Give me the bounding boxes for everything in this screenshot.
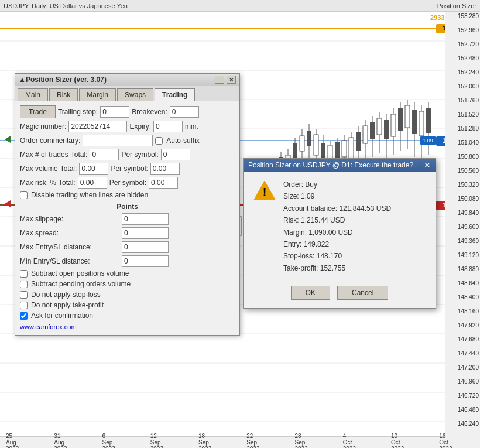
max-risk-total-input[interactable] (78, 177, 107, 189)
svg-rect-59 (384, 120, 389, 139)
price-152240: 152.240 (458, 69, 479, 76)
risk-row: Risk: 1,215.44 USD (283, 214, 391, 226)
dialog-close-btn[interactable]: ✕ (424, 161, 431, 169)
price-148160: 148.160 (458, 308, 479, 314)
warning-icon: ! (253, 180, 276, 274)
max-trades-per-symbol-input[interactable] (161, 149, 190, 160)
date-9: 10 Oct 2023 (391, 433, 404, 448)
svg-rect-47 (342, 141, 347, 157)
ps-minimize-btn[interactable]: _ (215, 76, 224, 84)
svg-rect-33 (293, 143, 297, 158)
svg-rect-57 (377, 118, 382, 135)
max-volume-per-symbol-input[interactable] (150, 163, 180, 175)
dialog-info: Order: Buy Size: 1.09 Account balance: 1… (283, 179, 391, 274)
take-profit-label: Take-profit: (283, 264, 318, 272)
tab-main[interactable]: Main (18, 88, 48, 101)
price-152720: 152.720 (458, 41, 479, 47)
price-152000: 152.000 (458, 83, 479, 90)
row-commentary: Order commentary: Auto-suffix (20, 135, 235, 146)
max-risk-total-label: Total: (59, 179, 76, 187)
svg-rect-37 (307, 131, 311, 146)
row-min-entry-sl: Min Entry/SL distance: (20, 255, 235, 267)
max-risk-per-symbol-input[interactable] (149, 177, 178, 189)
price-151520: 151.520 (458, 111, 479, 118)
price-149360: 149.360 (458, 238, 479, 244)
order-commentary-label: Order commentary: (20, 136, 80, 145)
min-entry-sl-input[interactable] (122, 255, 169, 267)
price-152960: 152.960 (458, 27, 479, 33)
max-slippage-label: Max slippage: (20, 215, 119, 223)
svg-text:!: ! (263, 186, 267, 199)
row-subtract-open: Subtract open positions volume (20, 269, 235, 278)
size-row: Size: 1.09 (283, 190, 391, 202)
auto-suffix-checkbox[interactable] (155, 137, 163, 145)
earnforex-link[interactable]: www.earnforex.com (20, 323, 235, 330)
svg-rect-55 (370, 122, 375, 139)
order-commentary-input[interactable] (83, 135, 153, 146)
magic-number-input[interactable] (68, 121, 127, 132)
price-147440: 147.440 (458, 350, 479, 357)
max-trades-label: Max # of trades (20, 151, 68, 159)
trade-dialog: Position Sizer on USDJPY @ D1: Execute t… (243, 158, 436, 309)
tab-swaps[interactable]: Swaps (117, 88, 153, 101)
max-entry-sl-input[interactable] (122, 241, 169, 253)
max-slippage-input[interactable] (122, 213, 169, 225)
max-spread-input[interactable] (122, 227, 169, 239)
max-trades-per-symbol-label: Per symbol: (121, 151, 158, 159)
trailing-stop-input[interactable] (100, 106, 129, 118)
subtract-pending-label: Subtract pending orders volume (31, 280, 131, 288)
min-entry-sl-label: Min Entry/SL distance: (20, 257, 119, 265)
svg-rect-35 (300, 136, 304, 151)
subtract-pending-checkbox[interactable] (20, 281, 28, 288)
trailing-stop-label: Trailing stop: (58, 108, 98, 116)
subtract-open-checkbox[interactable] (20, 270, 28, 278)
expiry-input[interactable] (153, 121, 183, 132)
ps-close-btn[interactable]: ✕ (227, 76, 236, 84)
breakeven-input[interactable] (170, 106, 199, 118)
svg-marker-82 (5, 136, 11, 143)
no-take-profit-checkbox[interactable] (20, 302, 28, 309)
chart-titlebar: USDJPY, Daily: US Dollar vs Japanese Yen… (0, 0, 480, 12)
max-trades-total-input[interactable] (90, 149, 119, 160)
tab-risk[interactable]: Risk (49, 88, 78, 101)
tab-trading[interactable]: Trading (155, 88, 195, 101)
ps-titlebar[interactable]: ▲Position Sizer (ver. 3.07) _ ✕ (15, 74, 239, 86)
margin-value: 1,090.00 USD (308, 228, 352, 237)
ask-confirm-label: Ask for confirmation (31, 312, 93, 320)
risk-label: Risk: (283, 216, 299, 224)
cancel-button[interactable]: Cancel (337, 286, 388, 300)
row-no-take-profit: Do not apply take-profit (20, 301, 235, 309)
chart-title: USDJPY, Daily: US Dollar vs Japanese Yen (4, 2, 128, 9)
date-3: 6 Sep 2023 (102, 433, 115, 448)
trade-button[interactable]: Trade (20, 105, 56, 118)
stop-loss-row: Stop-loss: 148.170 (283, 250, 391, 262)
ask-confirm-checkbox[interactable] (20, 312, 28, 320)
ps-tabs: Main Risk Margin Swaps Trading (15, 86, 239, 101)
max-trades-total-label: Total: (71, 151, 88, 159)
account-balance-row: Account balance: 121,844.53 USD (283, 203, 391, 214)
breakeven-label: Breakeven: (132, 108, 167, 116)
price-151280: 151.280 (458, 125, 479, 132)
price-146720: 146.720 (458, 392, 479, 399)
row-no-stop-loss: Do not apply stop-loss (20, 290, 235, 299)
no-stop-loss-checkbox[interactable] (20, 291, 28, 299)
svg-rect-39 (314, 135, 318, 155)
tab-margin[interactable]: Margin (79, 88, 116, 101)
expiry-label: Expiry: (129, 122, 151, 131)
date-5: 18 Sep 2023 (198, 433, 211, 448)
max-volume-total-input[interactable] (79, 163, 108, 175)
row-disable-trading: Disable trading when lines are hidden (20, 191, 235, 199)
order-label: Order: (283, 180, 303, 189)
ps-title: ▲Position Sizer (ver. 3.07) (19, 76, 107, 84)
price-153280: 153.280 (458, 13, 479, 19)
position-sizer-panel: ▲Position Sizer (ver. 3.07) _ ✕ Main Ris… (15, 73, 240, 336)
entry-row: Entry: 149.822 (283, 238, 391, 250)
svg-text:2933: 2933 (430, 14, 444, 21)
price-148880: 148.880 (458, 266, 479, 272)
price-147920: 147.920 (458, 322, 479, 329)
ok-button[interactable]: OK (291, 286, 330, 300)
row-trade: Trade Trailing stop: Breakeven: (20, 105, 235, 118)
price-148640: 148.640 (458, 280, 479, 286)
svg-rect-63 (398, 108, 403, 131)
disable-trading-checkbox[interactable] (20, 191, 28, 199)
